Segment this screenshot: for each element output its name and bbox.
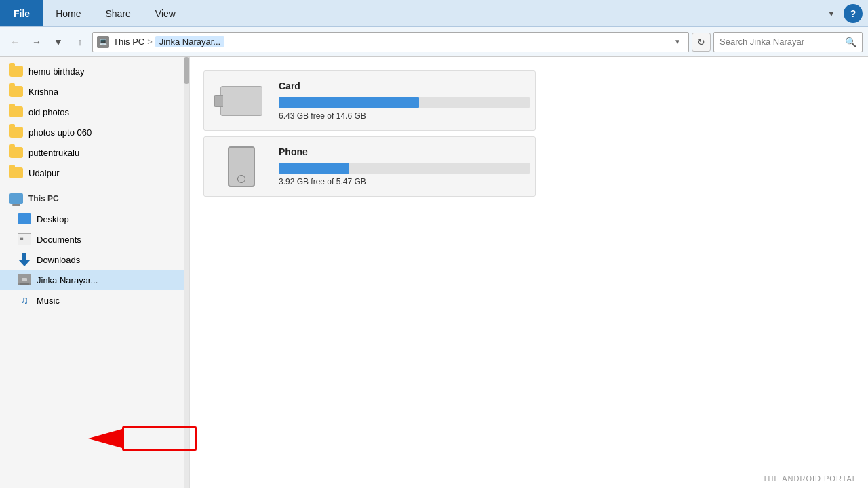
address-separator: > (147, 37, 153, 47)
address-text: This PC > Jinka Narayar... (113, 36, 667, 47)
up-button[interactable]: ↑ (71, 33, 90, 52)
phone-device-image (218, 150, 265, 184)
current-folder-label: Jinka Narayar... (155, 36, 224, 47)
this-pc-icon (9, 193, 23, 204)
downloads-icon (18, 253, 31, 266)
card-shape (220, 86, 262, 116)
sidebar-item-label: Downloads (37, 255, 80, 265)
sidebar-item-label: old photos (28, 107, 69, 117)
help-button[interactable]: ? (844, 4, 863, 23)
sidebar-item-documents[interactable]: Documents (0, 229, 189, 249)
chevron-down-icon[interactable]: ▼ (823, 5, 840, 22)
folder-icon (9, 167, 23, 178)
refresh-button[interactable]: ↻ (692, 33, 711, 52)
home-menu[interactable]: Home (43, 0, 93, 26)
card-progress-fill (279, 97, 419, 108)
phone-storage-text: 3.92 GB free of 5.47 GB (279, 177, 530, 186)
thispc-label: This PC (113, 37, 144, 47)
device-card-phone[interactable]: Phone 3.92 GB free of 5.47 GB (203, 136, 536, 197)
documents-icon (18, 233, 31, 245)
sidebar-item-downloads[interactable]: Downloads (0, 249, 189, 270)
card-device-image (218, 84, 265, 118)
forward-button[interactable]: → (27, 33, 46, 52)
svg-rect-4 (22, 278, 27, 281)
address-pc-icon: 💻 (97, 36, 109, 48)
device-card-card[interactable]: Card 6.43 GB free of 14.6 GB (203, 70, 536, 131)
folder-icon (9, 66, 23, 77)
share-menu[interactable]: Share (93, 0, 142, 26)
sidebar-item-label: photos upto 060 (28, 127, 92, 138)
sidebar-item-jinka[interactable]: Jinka Narayar... (0, 270, 189, 290)
phone-device-name: Phone (279, 146, 530, 157)
sidebar-item-label: This PC (28, 194, 59, 203)
sidebar-item-label: Udaipur (28, 168, 60, 178)
address-box[interactable]: 💻 This PC > Jinka Narayar... ▼ (92, 32, 689, 52)
content-area: Card 6.43 GB free of 14.6 GB Phone 3.92 … (190, 57, 868, 488)
sidebar-item-puttentrukalu[interactable]: puttentrukalu (0, 142, 189, 163)
sidebar-item-old-photos[interactable]: old photos (0, 102, 189, 122)
main-layout: hemu birthday Krishna old photos photos … (0, 57, 868, 488)
sidebar-item-krishna[interactable]: Krishna (0, 81, 189, 102)
sidebar-item-label: hemu birthday (28, 66, 84, 77)
menu-bar: File Home Share View ▼ ? (0, 0, 868, 27)
sidebar-item-desktop[interactable]: Desktop (0, 209, 189, 229)
sidebar: hemu birthday Krishna old photos photos … (0, 57, 190, 488)
card-progress-bar (279, 97, 530, 108)
card-device-info: Card 6.43 GB free of 14.6 GB (279, 81, 530, 121)
sidebar-item-label: Music (37, 296, 60, 306)
search-box[interactable]: 🔍 (713, 32, 863, 52)
watermark: THE ANDROID PORTAL (763, 474, 857, 483)
sidebar-item-label: Documents (37, 235, 81, 245)
sidebar-item-hemu-birthday[interactable]: hemu birthday (0, 61, 189, 81)
phone-progress-bar (279, 163, 530, 174)
search-input[interactable] (719, 37, 842, 47)
phone-shape (228, 146, 255, 187)
sidebar-this-pc[interactable]: This PC (0, 188, 189, 209)
folder-icon (9, 127, 23, 138)
sidebar-item-label: Krishna (28, 87, 58, 97)
address-dropdown-icon[interactable]: ▼ (671, 35, 684, 49)
sidebar-item-udaipur[interactable]: Udaipur (0, 163, 189, 183)
svg-rect-0 (22, 253, 26, 260)
folder-icon (9, 147, 23, 158)
sidebar-item-label: puttentrukalu (28, 148, 79, 158)
card-device-name: Card (279, 81, 530, 92)
sidebar-item-music[interactable]: ♫ Music (0, 290, 189, 310)
phone-device-info: Phone 3.92 GB free of 5.47 GB (279, 146, 530, 186)
desktop-icon (18, 214, 31, 224)
view-menu[interactable]: View (143, 0, 188, 26)
folder-icon (9, 106, 23, 117)
folder-icon (9, 86, 23, 97)
sidebar-item-photos-upto[interactable]: photos upto 060 (0, 122, 189, 142)
sidebar-item-label: Jinka Narayar... (37, 275, 98, 285)
file-menu[interactable]: File (0, 0, 43, 26)
history-button[interactable]: ▼ (49, 33, 68, 52)
music-icon: ♫ (18, 293, 31, 307)
menu-right: ▼ ? (823, 0, 868, 26)
svg-marker-1 (18, 260, 31, 266)
back-button[interactable]: ← (5, 33, 24, 52)
search-icon: 🔍 (845, 37, 856, 47)
address-bar: ← → ▼ ↑ 💻 This PC > Jinka Narayar... ▼ ↻… (0, 27, 868, 57)
sidebar-item-label: Desktop (37, 214, 69, 224)
card-storage-text: 6.43 GB free of 14.6 GB (279, 111, 530, 121)
phone-progress-fill (279, 163, 349, 174)
sidebar-scrollbar[interactable] (184, 57, 189, 488)
jinka-icon (18, 274, 31, 285)
scrollbar-thumb (184, 57, 189, 84)
svg-rect-3 (20, 283, 29, 285)
